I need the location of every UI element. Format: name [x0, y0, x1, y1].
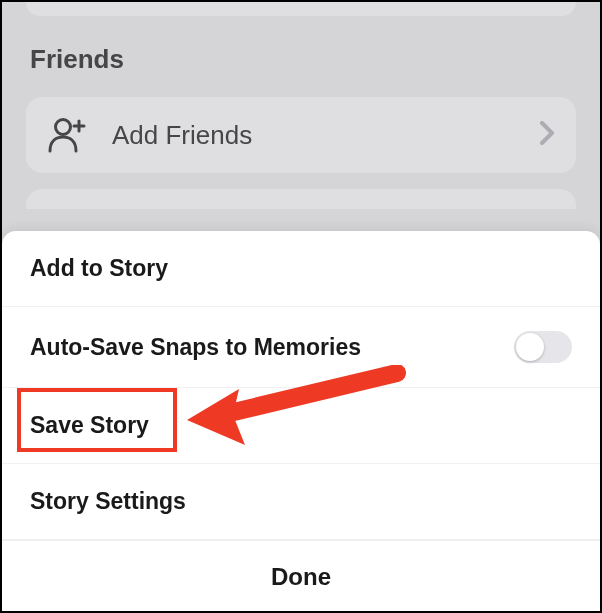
auto-save-toggle[interactable]	[514, 331, 572, 363]
sheet-item-story-settings[interactable]: Story Settings	[2, 464, 600, 540]
card-stub-bottom	[26, 189, 576, 209]
add-friends-row[interactable]: Add Friends	[26, 97, 576, 173]
svg-point-0	[56, 120, 71, 135]
chevron-right-icon	[540, 118, 554, 152]
sheet-item-auto-save[interactable]: Auto-Save Snaps to Memories	[2, 307, 600, 388]
sheet-item-add-to-story[interactable]: Add to Story	[2, 231, 600, 307]
toggle-knob	[516, 333, 544, 361]
sheet-item-save-story[interactable]: Save Story	[2, 388, 600, 464]
card-stub-top	[26, 2, 576, 16]
done-button[interactable]: Done	[2, 540, 600, 611]
story-action-sheet: Add to Story Auto-Save Snaps to Memories…	[2, 231, 600, 611]
friends-section-header: Friends	[26, 44, 576, 75]
sheet-item-label: Save Story	[30, 412, 149, 439]
sheet-item-label: Story Settings	[30, 488, 186, 515]
sheet-item-label: Auto-Save Snaps to Memories	[30, 334, 361, 361]
sheet-item-label: Add to Story	[30, 255, 168, 282]
add-friends-label: Add Friends	[112, 120, 516, 151]
add-friend-icon	[48, 117, 88, 153]
